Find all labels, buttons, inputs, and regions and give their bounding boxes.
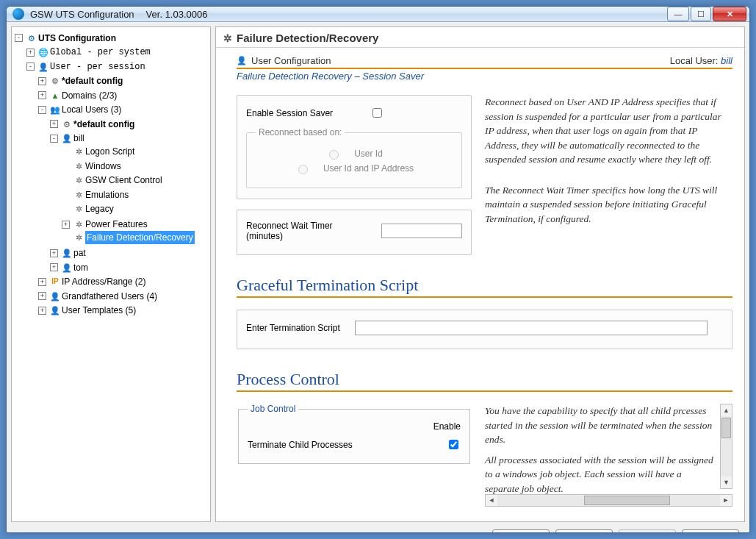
termination-script-label: Enter Termination Script: [246, 323, 342, 333]
user-icon: 👤: [50, 291, 60, 301]
scroll-up-icon[interactable]: ▲: [721, 404, 732, 416]
terminate-child-checkbox[interactable]: [449, 440, 458, 449]
vertical-scrollbar[interactable]: ▲ ▼: [720, 404, 732, 489]
horizontal-scrollbar[interactable]: ◄ ►: [485, 494, 732, 507]
tree-bill-client-control[interactable]: ✲GSW Client Control: [62, 174, 162, 187]
reconnect-wait-group: Reconnect Wait Timer (minutes): [237, 210, 472, 255]
content-pane: ✲ Failure Detection/Recovery 👤 User Conf…: [215, 26, 745, 522]
ok-button[interactable]: OK: [492, 529, 550, 533]
template-icon: 👤: [50, 305, 60, 315]
expand-icon[interactable]: +: [38, 278, 46, 286]
termination-script-input[interactable]: [355, 321, 708, 335]
gear-icon: ⚙: [50, 76, 60, 86]
collapse-icon[interactable]: -: [50, 135, 58, 143]
titlebar[interactable]: GSW UTS ConfigurationVer. 1.03.0006 — ☐ …: [7, 7, 749, 22]
tree-grandfathered[interactable]: + 👤 Grandfathered Users (4): [38, 290, 157, 303]
scroll-thumb[interactable]: [721, 418, 731, 438]
maximize-button[interactable]: ☐: [691, 7, 711, 21]
expand-icon[interactable]: +: [38, 292, 46, 300]
tree-global[interactable]: + 🌐 Global - per system: [26, 46, 151, 59]
expand-icon[interactable]: +: [26, 49, 35, 57]
apply-button[interactable]: Apply: [619, 529, 676, 533]
enable-session-saver-label: Enable Session Saver: [246, 108, 356, 118]
tree-bill-windows[interactable]: ✲Windows: [62, 160, 121, 173]
scroll-left-icon[interactable]: ◄: [486, 495, 497, 506]
gear-icon: ✲: [73, 204, 84, 214]
config-icon: ⚙: [26, 33, 37, 43]
gear-icon: ✲: [223, 32, 232, 44]
tree-bill-legacy[interactable]: ✲Legacy: [62, 202, 114, 215]
scroll-right-icon[interactable]: ►: [720, 495, 732, 506]
user-icon: 👤: [62, 248, 72, 258]
content-subtitle: Failure Detection Recovery – Session Sav…: [237, 71, 732, 82]
gear-icon: ✲: [73, 190, 84, 200]
gear-icon: ✲: [73, 175, 84, 185]
reconnect-userip-label: User Id and IP Address: [323, 163, 414, 174]
tree-user-bill[interactable]: - 👤 bill: [50, 132, 84, 145]
tree-local-users[interactable]: - 👥 Local Users (3): [38, 103, 121, 116]
nav-tree[interactable]: - ⚙ UTS Configuration + 🌐 Global - per s…: [11, 26, 211, 522]
close-button[interactable]: ✕: [713, 7, 746, 21]
gear-icon: ✲: [73, 146, 84, 157]
section-process-control: Process Control: [237, 370, 732, 392]
scroll-thumb[interactable]: [584, 496, 670, 505]
enable-column-header: Enable: [248, 421, 461, 432]
tree-domains[interactable]: + ▲ Domains (2/3): [38, 89, 117, 102]
cancel-button[interactable]: Cancel: [555, 529, 613, 533]
expand-icon[interactable]: +: [38, 77, 46, 85]
section-graceful-termination: Graceful Termination Script: [237, 276, 732, 298]
ip-icon: IP: [50, 276, 60, 287]
globe-icon: 🌐: [38, 47, 48, 57]
reconnect-wait-input[interactable]: [381, 224, 462, 238]
minimize-button[interactable]: —: [667, 7, 689, 21]
tree-bill-emulations[interactable]: ✲Emulations: [62, 188, 129, 201]
user-icon: 👤: [237, 56, 247, 66]
local-user-name: bill: [721, 55, 732, 66]
gear-icon: ✲: [73, 219, 84, 229]
enable-session-saver-checkbox[interactable]: [372, 108, 382, 118]
user-icon: 👤: [62, 263, 72, 273]
help-button[interactable]: Help: [682, 529, 739, 533]
window-title: GSW UTS ConfigurationVer. 1.03.0006: [30, 9, 207, 20]
user-icon: 👤: [38, 62, 48, 72]
expand-icon[interactable]: +: [50, 263, 58, 271]
client-area: - ⚙ UTS Configuration + 🌐 Global - per s…: [7, 22, 749, 533]
process-control-desc1: You have the capability to specify that …: [485, 404, 732, 447]
reconnect-wait-label: Reconnect Wait Timer (minutes): [246, 221, 368, 241]
tree-default-config[interactable]: + ⚙ *default config: [38, 74, 123, 88]
tree-templates[interactable]: + 👤 User Templates (5): [38, 304, 136, 317]
gear-icon: ✲: [73, 161, 84, 171]
tree-ip-range[interactable]: + IP IP Address/Range (2): [38, 275, 146, 288]
tree-user-tom[interactable]: + 👤 tom: [50, 261, 88, 274]
process-control-desc2: All processes associated with the sessio…: [485, 453, 732, 496]
terminate-child-label: Terminate Child Processes: [248, 440, 446, 450]
content-header: ✲ Failure Detection/Recovery: [216, 27, 744, 48]
tree-root[interactable]: - ⚙ UTS Configuration: [15, 32, 116, 45]
app-window: GSW UTS ConfigurationVer. 1.03.0006 — ☐ …: [6, 6, 750, 533]
domain-icon: ▲: [50, 90, 60, 101]
expand-icon[interactable]: +: [50, 249, 58, 257]
expand-icon[interactable]: +: [38, 307, 46, 315]
collapse-icon[interactable]: -: [26, 63, 35, 71]
reconnect-userip-radio: [298, 165, 308, 174]
expand-icon[interactable]: +: [62, 221, 70, 229]
tree-bill-power[interactable]: +✲Power Features: [62, 218, 148, 231]
collapse-icon[interactable]: -: [38, 106, 46, 114]
tree-bill-logon[interactable]: ✲Logon Script: [62, 145, 134, 158]
expand-icon[interactable]: +: [38, 91, 46, 99]
user-icon: 👤: [62, 133, 72, 143]
reconnect-wait-description: The Reconnect Wait Timer specifics how l…: [485, 183, 732, 226]
scroll-down-icon[interactable]: ▼: [721, 476, 732, 488]
expand-icon[interactable]: +: [50, 120, 58, 128]
tree-user-pat[interactable]: + 👤 pat: [50, 246, 86, 260]
reconnect-userid-radio: [329, 150, 339, 160]
tree-lu-default[interactable]: + ⚙ *default config: [50, 118, 134, 131]
tree-user[interactable]: - 👤 User - per session: [26, 60, 145, 74]
dialog-buttons: OK Cancel Apply Help: [11, 525, 745, 533]
users-icon: 👥: [50, 104, 60, 115]
session-saver-group: Enable Session Saver Reconnect based on:…: [237, 95, 472, 199]
app-icon: [12, 8, 24, 20]
tree-bill-failure[interactable]: ✲Failure Detection/Recovery: [62, 231, 195, 244]
collapse-icon[interactable]: -: [15, 34, 23, 42]
job-control-group: Job Control Enable Terminate Child Proce…: [238, 404, 470, 464]
